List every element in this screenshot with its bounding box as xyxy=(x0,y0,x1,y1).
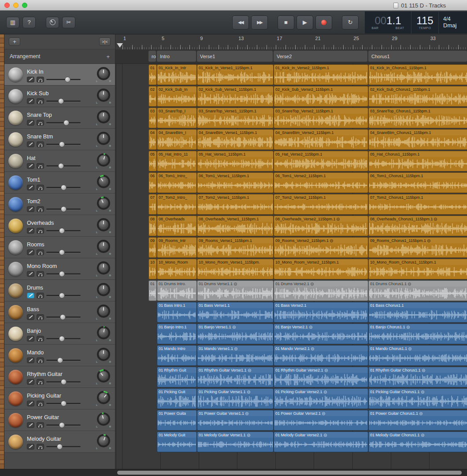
audio-region[interactable]: 01 Power Guitar Verse2.1 xyxy=(274,410,368,431)
audio-region[interactable]: 07_Tom2_Intro_ xyxy=(157,194,197,215)
track-header[interactable]: Tom1 L R xyxy=(4,172,115,193)
audio-region[interactable]: 08_Overheads_Chorus1_115bpm.1 xyxy=(368,216,467,236)
volume-slider[interactable] xyxy=(46,271,81,277)
arrangement-marker[interactable]: Verse2 xyxy=(274,51,367,62)
add-track-button[interactable]: + xyxy=(9,37,20,46)
zoom-button[interactable] xyxy=(22,3,27,8)
rewind-button[interactable]: ◀◀ xyxy=(232,15,249,30)
arrangement-marker[interactable]: rof xyxy=(148,51,156,62)
solo-button[interactable] xyxy=(37,77,44,82)
play-button[interactable]: ▶ xyxy=(297,15,313,30)
audio-region[interactable]: 02_Kick_Sub_Verse2_115bpm.1 xyxy=(274,86,368,107)
volume-slider[interactable] xyxy=(46,163,81,169)
audio-region[interactable]: 03_SnareTop_Verse2_115bpm.1 xyxy=(274,108,368,128)
cycle-button[interactable]: ↻ xyxy=(342,15,359,30)
pan-knob[interactable]: L R xyxy=(96,153,111,169)
volume-slider-thumb[interactable] xyxy=(65,77,70,82)
mute-button[interactable] xyxy=(27,314,34,320)
audio-region[interactable]: 03_SnareTop_Chorus1_115bpm.1 xyxy=(368,108,467,128)
volume-slider[interactable] xyxy=(46,98,81,104)
volume-slider[interactable] xyxy=(46,401,81,406)
volume-slider[interactable] xyxy=(46,249,81,255)
audio-region[interactable]: 10_Mono_Room_Chorus1_115bpm.1 xyxy=(368,259,467,279)
close-button[interactable] xyxy=(4,3,10,8)
audio-region[interactable]: 01_Kick_In_Verse2_115bpm.1 xyxy=(274,64,368,85)
lcd-tempo[interactable]: 115 TEMPO xyxy=(411,11,439,33)
audio-region[interactable]: 01 Picking Guitar Chorus1.1 xyxy=(368,388,467,409)
volume-slider[interactable] xyxy=(46,314,81,320)
audio-region[interactable]: 01 Drums Verse1.1 xyxy=(197,280,274,301)
solo-button[interactable] xyxy=(37,401,44,406)
arrangement-marker[interactable]: Intro xyxy=(157,51,196,62)
audio-region[interactable]: 01 Picking Guitar Verse1.1 xyxy=(197,388,274,409)
pan-knob[interactable]: L R xyxy=(96,326,111,342)
volume-slider[interactable] xyxy=(46,357,81,363)
volume-slider[interactable] xyxy=(46,444,81,450)
audio-region[interactable]: 04_SnareBtm_Verse1_115bpm.1 xyxy=(197,129,274,150)
solo-button[interactable] xyxy=(37,357,44,363)
solo-button[interactable] xyxy=(37,271,44,277)
track-header[interactable]: Rhythm Guitar L R xyxy=(4,366,115,388)
solo-button[interactable] xyxy=(37,444,44,450)
volume-slider-thumb[interactable] xyxy=(57,357,63,363)
mute-button[interactable] xyxy=(27,422,34,428)
bar-ruler[interactable]: 159131721252933 xyxy=(115,34,467,49)
track-header[interactable]: Tom2 L R xyxy=(4,193,115,215)
track-header[interactable]: Snare Btm L R xyxy=(4,129,115,150)
audio-region[interactable]: 06_Tom1_Chorus1_115bpm.1 xyxy=(368,172,467,193)
audio-region[interactable]: 06_Tom1_Verse2_115bpm.1 xyxy=(274,172,368,193)
mute-button[interactable] xyxy=(27,293,34,298)
solo-button[interactable] xyxy=(37,422,44,428)
track-header[interactable]: Mando L R xyxy=(4,345,115,366)
solo-button[interactable] xyxy=(37,98,44,104)
track-header[interactable]: Kick Sub L R xyxy=(4,86,115,107)
solo-button[interactable] xyxy=(37,141,44,147)
volume-slider-thumb[interactable] xyxy=(60,314,66,320)
audio-region[interactable]: 09_Rooms_Chorus1_115bpm.1 xyxy=(368,237,467,258)
audio-region[interactable]: 08_Overheads_Verse2_115bpm.1 xyxy=(274,216,368,236)
mute-button[interactable] xyxy=(27,98,34,104)
audio-region[interactable]: 01 Bass Verse1.1 xyxy=(197,302,274,323)
track-header[interactable]: Overheads L R xyxy=(4,215,115,237)
audio-region[interactable]: 07_Tom2_Chorus1_115bpm.1 xyxy=(368,194,467,215)
pan-knob[interactable]: L R xyxy=(96,131,111,147)
audio-region[interactable]: 05_Hat_Verse2_115bpm.1 xyxy=(274,151,368,171)
audio-region[interactable]: 04_SnareBtm_Chorus1_115bpm.1 xyxy=(368,129,467,150)
volume-slider[interactable] xyxy=(46,185,81,190)
solo-button[interactable] xyxy=(37,293,44,298)
minimize-button[interactable] xyxy=(13,3,19,8)
audio-region[interactable]: 09_Rooms_Intr xyxy=(157,237,197,258)
audio-region[interactable]: 01 xyxy=(148,280,157,301)
audio-region[interactable]: 05_Hat_Intro_11 xyxy=(157,151,197,171)
solo-button[interactable] xyxy=(37,163,44,169)
volume-slider-thumb[interactable] xyxy=(61,401,67,406)
audio-region[interactable]: 01 Rhythm Guitar Chorus1.1 xyxy=(368,367,467,387)
audio-region[interactable]: 10 xyxy=(148,259,157,279)
audio-region[interactable]: 01 Mando Intro xyxy=(157,345,197,366)
track-header[interactable]: Mono Room L R xyxy=(4,258,115,280)
pan-knob[interactable]: L R xyxy=(96,304,111,320)
pan-knob[interactable]: L R xyxy=(96,175,111,190)
mute-button[interactable] xyxy=(27,401,34,406)
audio-region[interactable]: 01_Kick_In_Intr xyxy=(157,64,197,85)
mute-button[interactable] xyxy=(27,163,34,169)
smart-controls-button[interactable] xyxy=(46,17,59,28)
volume-slider-thumb[interactable] xyxy=(63,120,69,126)
volume-slider[interactable] xyxy=(46,336,81,342)
audio-region[interactable]: 01 Picking Guit xyxy=(157,388,197,409)
audio-region[interactable]: 03_SnareTop_I xyxy=(157,108,197,128)
volume-slider-thumb[interactable] xyxy=(61,379,67,385)
audio-region[interactable]: 01_Kick_In_Verse1_115bpm.1 xyxy=(197,64,274,85)
pan-knob[interactable]: L R xyxy=(96,110,111,126)
audio-region[interactable]: 01 Banjo Verse1.1 xyxy=(197,324,274,344)
volume-slider-thumb[interactable] xyxy=(59,422,65,428)
audio-region[interactable]: 04_SnareBtm_Verse2_115bpm.1 xyxy=(274,129,368,150)
volume-slider-thumb[interactable] xyxy=(59,336,65,342)
audio-region[interactable]: 01_Kick_In_Chorus1_115bpm.1 xyxy=(368,64,467,85)
track-header[interactable]: Snare Top L R xyxy=(4,107,115,129)
audio-region[interactable]: 01 Power Guitar Verse1.1 xyxy=(197,410,274,431)
audio-region[interactable]: 01 Bass Verse2.1 xyxy=(274,302,368,323)
audio-region[interactable]: 01 Rhythm Guitar Verse2.1 xyxy=(274,367,368,387)
audio-region[interactable]: 01 Bass Intro.1 xyxy=(157,302,197,323)
audio-region[interactable]: 06 xyxy=(148,172,157,193)
